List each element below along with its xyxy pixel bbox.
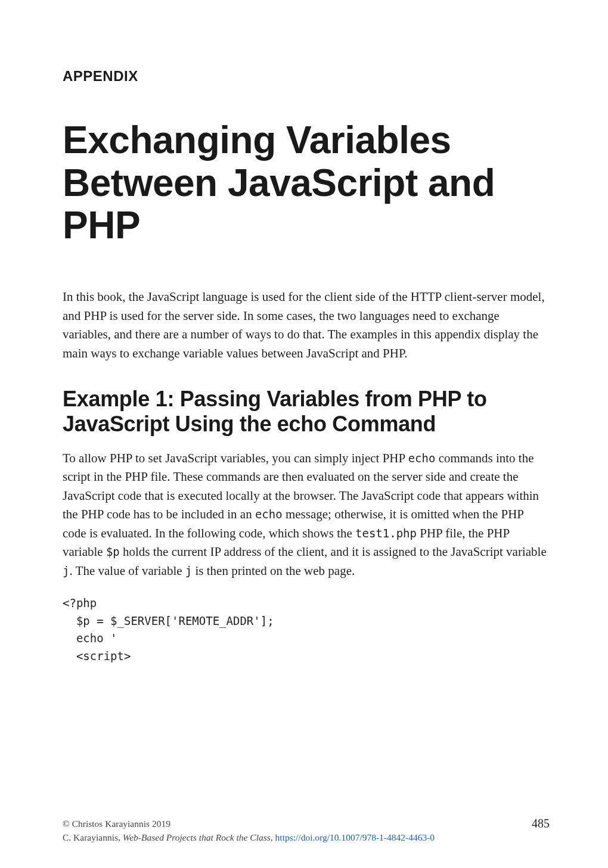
- inline-code-variable-j: j: [63, 564, 69, 577]
- text: is then printed on the web page.: [192, 564, 355, 578]
- footer-book-title: Web-Based Projects that Rock the Class: [123, 832, 271, 842]
- footer-doi-link[interactable]: https://doi.org/10.1007/978-1-4842-4463-…: [275, 832, 435, 842]
- inline-code-variable-j: j: [185, 564, 192, 577]
- page-title: Exchanging Variables Between JavaScript …: [63, 119, 550, 247]
- text: . The value of variable: [69, 564, 185, 578]
- footer-separator: ,: [271, 832, 275, 842]
- inline-code-variable-p: $p: [106, 545, 120, 558]
- page-number: 485: [532, 815, 550, 832]
- page: APPENDIX Exchanging Variables Between Ja…: [0, 0, 608, 868]
- section-1-heading: Example 1: Passing Variables from PHP to…: [63, 387, 550, 437]
- text: To allow PHP to set JavaScript variables…: [63, 451, 408, 465]
- footer-copyright: © Christos Karayiannis 2019: [63, 817, 550, 830]
- section-1-body: To allow PHP to set JavaScript variables…: [63, 449, 550, 581]
- footer-author: C. Karayiannis,: [63, 832, 123, 842]
- inline-code-echo: echo: [255, 508, 283, 521]
- inline-code-filename: test1.php: [355, 527, 417, 540]
- page-footer: 485 © Christos Karayiannis 2019 C. Karay…: [63, 817, 550, 844]
- intro-paragraph: In this book, the JavaScript language is…: [63, 288, 550, 363]
- appendix-kicker: APPENDIX: [63, 68, 550, 85]
- text: holds the current IP address of the clie…: [120, 545, 547, 559]
- inline-code-echo: echo: [408, 452, 436, 465]
- code-block-php: <?php $p = $_SERVER['REMOTE_ADDR']; echo…: [63, 595, 550, 665]
- footer-credit-line: C. Karayiannis, Web-Based Projects that …: [63, 831, 550, 844]
